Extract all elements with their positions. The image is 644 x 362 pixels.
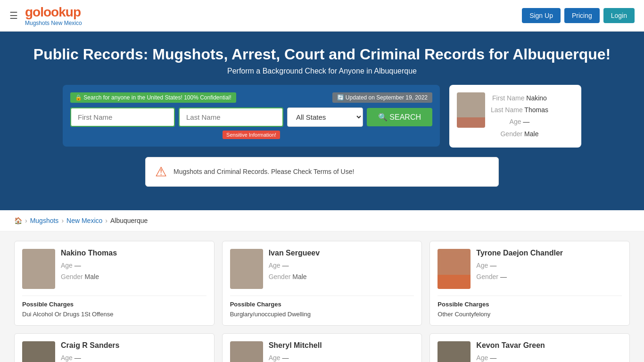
grid-section: Nakino Thomas Age — Gender Male Possible… xyxy=(0,231,644,362)
mugshot-photo xyxy=(22,249,55,289)
mugshot-age: Age — xyxy=(269,260,320,272)
logo-suffix: ookup xyxy=(43,5,81,19)
header: ☰ golookup Mugshots New Mexico Sign Up P… xyxy=(0,0,644,32)
breadcrumb-city: Albuquerque xyxy=(110,217,148,224)
profile-avatar xyxy=(457,92,485,128)
charge-item: Dui Alcohol Or Drugs 1St Offense xyxy=(22,311,206,318)
confidential-notice: 🔒 Search for anyone in the United States… xyxy=(70,92,236,103)
search-container: 🔒 Search for anyone in the United States… xyxy=(63,85,581,148)
breadcrumb: 🏠 › Mugshots › New Mexico › Albuquerque xyxy=(14,217,630,224)
mugshot-name: Ivan Sergueev xyxy=(269,249,320,257)
breadcrumb-separator: › xyxy=(25,217,27,224)
mugshot-info: Craig R Sanders Age — xyxy=(61,341,119,362)
search-box: 🔒 Search for anyone in the United States… xyxy=(63,85,440,147)
hero-section: Public Records: Mugshots, Arrest, Court … xyxy=(0,32,644,210)
mugshot-name: Sheryl Mitchell xyxy=(269,341,322,350)
mugshot-top: Tyrone Daejon Chandler Age — Gender — xyxy=(438,249,622,289)
profile-info: First Name Nakino Last Name Thomas Age —… xyxy=(491,92,548,140)
mugshot-top: Nakino Thomas Age — Gender Male xyxy=(22,249,206,289)
update-notice: 🔄 Updated on September 19, 2022 xyxy=(332,92,432,103)
profile-gender: Gender Male xyxy=(491,128,548,140)
logo-highlight: l xyxy=(40,5,43,19)
mugshot-card[interactable]: Kevon Tavar Green Age — Possible Charges xyxy=(429,333,630,362)
mugshot-age: Age — xyxy=(61,353,119,362)
login-button[interactable]: Login xyxy=(603,8,635,23)
mugshot-photo xyxy=(230,249,263,289)
search-fields: All StatesAlabamaAlaskaArizonaArkansasCa… xyxy=(70,107,432,127)
mugshot-top: Craig R Sanders Age — xyxy=(22,341,206,362)
breadcrumb-mugshots[interactable]: Mugshots xyxy=(30,217,59,224)
charges-label: Possible Charges xyxy=(438,296,622,308)
profile-age: Age — xyxy=(491,116,548,128)
header-right: Sign Up Pricing Login xyxy=(522,8,635,23)
logo-text: golookup xyxy=(25,5,82,20)
charge-item: Other Countyfelony xyxy=(438,311,622,318)
mugshot-top: Kevon Tavar Green Age — xyxy=(438,341,622,362)
mugshot-name: Kevon Tavar Green xyxy=(476,341,545,350)
mugshot-info: Tyrone Daejon Chandler Age — Gender — xyxy=(476,249,563,283)
mugshot-name: Tyrone Daejon Chandler xyxy=(476,249,563,257)
breadcrumb-separator: › xyxy=(105,217,107,224)
header-left: ☰ golookup Mugshots New Mexico xyxy=(9,5,82,26)
mugshot-info: Nakino Thomas Age — Gender Male xyxy=(61,249,117,283)
charge-item: Burglary/unoccupied Dwelling xyxy=(230,311,414,318)
home-icon[interactable]: 🏠 xyxy=(14,217,22,224)
profile-card: First Name Nakino Last Name Thomas Age —… xyxy=(449,85,581,148)
charges-label: Possible Charges xyxy=(22,296,206,308)
mugshot-top: Ivan Sergueev Age — Gender Male xyxy=(230,249,414,289)
mugshot-grid: Nakino Thomas Age — Gender Male Possible… xyxy=(14,241,630,362)
mugshot-card[interactable]: Tyrone Daejon Chandler Age — Gender — Po… xyxy=(429,241,630,326)
mugshot-photo xyxy=(22,341,55,362)
page-title: Public Records: Mugshots, Arrest, Court … xyxy=(9,46,635,63)
mugshot-age: Age — xyxy=(476,260,563,272)
search-button[interactable]: 🔍 SEARCH xyxy=(367,108,432,126)
breadcrumb-state[interactable]: New Mexico xyxy=(66,217,102,224)
mugshot-gender: Gender Male xyxy=(61,272,117,283)
mugshot-photo xyxy=(438,341,471,362)
mugshot-card[interactable]: Craig R Sanders Age — Possible Charges xyxy=(14,333,215,362)
warning-text: Mugshots and Criminal Records. Please Ch… xyxy=(173,168,354,175)
mugshot-name: Nakino Thomas xyxy=(61,249,117,257)
warning-icon: ⚠ xyxy=(155,164,167,180)
mugshot-photo xyxy=(230,341,263,362)
profile-last-name: Last Name Thomas xyxy=(491,104,548,116)
mugshot-info: Ivan Sergueev Age — Gender Male xyxy=(269,249,320,283)
charges-label: Possible Charges xyxy=(230,296,414,308)
logo-prefix: go xyxy=(25,5,40,19)
mugshot-info: Sheryl Mitchell Age — xyxy=(269,341,322,362)
mugshot-age: Age — xyxy=(61,260,117,272)
mugshot-name: Craig R Sanders xyxy=(61,341,119,350)
mugshot-age: Age — xyxy=(476,353,545,362)
search-notice-bar: 🔒 Search for anyone in the United States… xyxy=(70,92,432,103)
breadcrumb-section: 🏠 › Mugshots › New Mexico › Albuquerque xyxy=(0,210,644,231)
state-select[interactable]: All StatesAlabamaAlaskaArizonaArkansasCa… xyxy=(287,107,363,127)
mugshot-gender: Gender — xyxy=(476,272,563,283)
warning-bar: ⚠ Mugshots and Criminal Records. Please … xyxy=(145,157,499,187)
last-name-input[interactable] xyxy=(179,107,283,127)
mugshot-age: Age — xyxy=(269,353,322,362)
mugshot-photo xyxy=(438,249,471,289)
mugshot-gender: Gender Male xyxy=(269,272,320,283)
mugshot-card[interactable]: Nakino Thomas Age — Gender Male Possible… xyxy=(14,241,215,326)
mugshot-card[interactable]: Sheryl Mitchell Age — Possible Charges xyxy=(222,333,422,362)
logo-subtitle: Mugshots New Mexico xyxy=(25,20,82,26)
pricing-button[interactable]: Pricing xyxy=(564,8,600,23)
mugshot-card[interactable]: Ivan Sergueev Age — Gender Male Possible… xyxy=(222,241,422,326)
signup-button[interactable]: Sign Up xyxy=(522,8,561,23)
mugshot-info: Kevon Tavar Green Age — xyxy=(476,341,545,362)
logo: golookup Mugshots New Mexico xyxy=(25,5,82,26)
mugshot-top: Sheryl Mitchell Age — xyxy=(230,341,414,362)
hero-subtitle: Perform a Background Check for Anyone in… xyxy=(9,67,635,75)
breadcrumb-separator: › xyxy=(61,217,64,224)
first-name-input[interactable] xyxy=(70,107,175,127)
profile-first-name: First Name Nakino xyxy=(491,92,548,104)
sensitive-tag: Sensitive Information! xyxy=(223,131,280,139)
menu-icon[interactable]: ☰ xyxy=(9,10,18,21)
